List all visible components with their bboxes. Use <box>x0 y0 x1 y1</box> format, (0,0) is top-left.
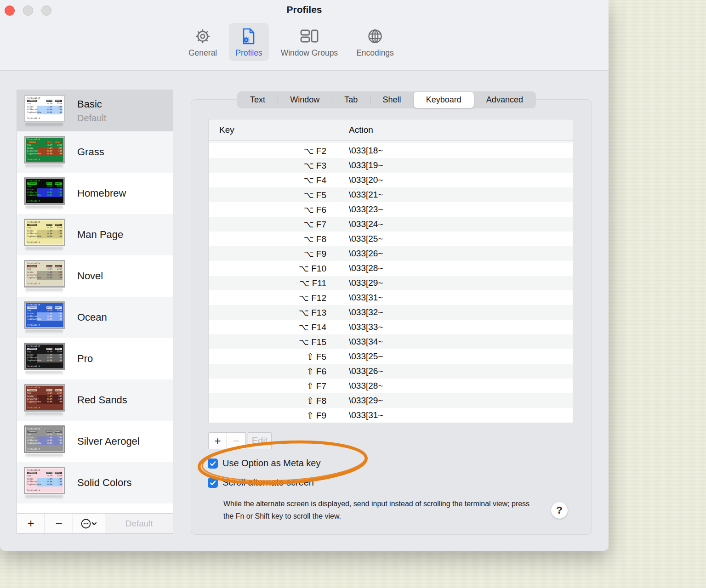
toolbar-item-encodings[interactable]: Encodings <box>350 23 400 61</box>
binding-key: ⌥ F5 <box>209 190 326 200</box>
profile-row-silver-aerogel[interactable]: Terminal1#COMMAND%CPURPRVTtop4.1%231KXco… <box>17 421 173 462</box>
tab-tab[interactable]: Tab <box>332 92 370 108</box>
thumbnail-text-line: Terminal # <box>27 407 62 409</box>
help-button[interactable]: ? <box>551 502 568 519</box>
binding-key: ⌥ F15 <box>209 337 326 347</box>
add-binding-button[interactable]: + <box>208 432 227 449</box>
profile-row-novel[interactable]: Terminal1#COMMAND%CPURPRVTtop4.1%231KXco… <box>17 255 173 297</box>
binding-action: \033[23~ <box>326 204 383 215</box>
key-binding-row[interactable]: ⇧ F6 \033[26~ <box>209 364 573 379</box>
add-profile-button[interactable]: + <box>17 514 45 533</box>
binding-key: ⌥ F13 <box>209 307 326 318</box>
profile-list: Terminal1#COMMAND%CPURPRVTtop4.1%231KXco… <box>17 90 173 513</box>
profile-name: Solid Colors <box>77 477 132 489</box>
profile-thumbnail: Terminal1#COMMAND%CPURPRVTtop4.1%231KXco… <box>24 425 65 453</box>
key-binding-row[interactable]: ⌥ F13 \033[32~ <box>209 305 573 320</box>
binding-action: \033[28~ <box>326 263 383 273</box>
key-binding-row[interactable]: ⌥ F10 \033[28~ <box>209 261 573 276</box>
profile-document-icon <box>239 27 258 45</box>
tab-shell[interactable]: Shell <box>370 92 413 108</box>
profile-actions-menu-button[interactable] <box>73 514 105 533</box>
profile-row-basic[interactable]: Terminal1#COMMAND%CPURPRVTtop4.1%231KXco… <box>17 90 173 131</box>
binding-key: ⌥ F9 <box>209 249 326 259</box>
binding-key: ⌥ F11 <box>209 278 326 288</box>
key-binding-row[interactable]: ⌥ F11 \033[29~ <box>209 276 573 290</box>
key-binding-row[interactable]: ⌥ F4 \033[20~ <box>209 173 573 187</box>
sidebar-footer: + − Default <box>17 513 173 533</box>
toolbar-item-label: Profiles <box>235 48 262 58</box>
checkbox-checked-icon[interactable] <box>208 478 218 488</box>
binding-key: ⌥ F2 <box>209 146 326 156</box>
thumbnail-text-line: Terminal # <box>27 324 62 327</box>
profile-row-ocean[interactable]: Terminal1#COMMAND%CPURPRVTtop4.1%231KXco… <box>17 297 173 338</box>
toolbar-item-profiles[interactable]: Profiles <box>229 23 268 61</box>
key-binding-row[interactable]: ⌥ F3 \033[19~ <box>209 158 573 173</box>
tab-text[interactable]: Text <box>238 92 278 108</box>
profile-thumbnail: Terminal1#COMMAND%CPURPRVTtop4.1%231KXco… <box>24 260 65 288</box>
key-binding-row[interactable]: ⌥ F12 \033[31~ <box>209 290 573 305</box>
toolbar-item-label: Window Groups <box>281 48 338 58</box>
thumbnail-reflection <box>25 247 63 251</box>
profiles-sidebar: Terminal1#COMMAND%CPURPRVTtop4.1%231KXco… <box>17 90 173 534</box>
toolbar-item-window-groups[interactable]: Window Groups <box>274 23 345 61</box>
thumbnail-text-line: Terminal # <box>27 283 62 285</box>
key-binding-row[interactable]: ⇧ F7 \033[28~ <box>209 379 573 393</box>
circle-ellipsis-icon <box>80 518 98 529</box>
key-binding-row[interactable]: ⇧ F9 \033[31~ <box>209 408 573 423</box>
binding-key: ⌥ F3 <box>209 160 326 171</box>
remove-binding-button[interactable]: − <box>227 432 246 449</box>
tab-keyboard[interactable]: Keyboard <box>414 92 474 108</box>
checkbox-label: Scroll alternate screen <box>222 477 314 488</box>
column-header-key: Key <box>209 125 338 135</box>
key-binding-row[interactable]: ⌥ F14 \033[33~ <box>209 320 573 334</box>
thumbnail-text-line: Terminal # <box>27 489 62 492</box>
key-binding-row[interactable]: ⌥ F6 \033[23~ <box>209 202 573 217</box>
profile-thumbnail: Terminal1#COMMAND%CPURPRVTtop4.1%231KXco… <box>24 136 65 164</box>
key-binding-row[interactable]: ⌥ F7 \033[24~ <box>209 217 573 232</box>
tab-advanced[interactable]: Advanced <box>474 92 535 108</box>
key-binding-row[interactable]: ⌥ F2 \033[18~ <box>209 143 573 158</box>
binding-action: \033[31~ <box>326 410 383 420</box>
preferences-window: Profiles General Profiles Window Groups … <box>0 0 609 551</box>
profile-name: Basic <box>77 98 106 110</box>
profile-row-man-page[interactable]: Terminal1#COMMAND%CPURPRVTtop4.1%231KXco… <box>17 214 173 255</box>
binding-action: \033[34~ <box>326 337 383 347</box>
binding-key: ⌥ F12 <box>209 293 326 303</box>
checkbox-row-meta-key[interactable]: Use Option as Meta key <box>208 458 320 469</box>
profile-thumbnail: Terminal1#COMMAND%CPURPRVTtop4.1%231KXco… <box>24 343 65 370</box>
tab-window[interactable]: Window <box>278 92 332 108</box>
edit-binding-button[interactable]: Edit <box>248 432 272 449</box>
thumbnail-text-line: Terminal # <box>27 365 62 368</box>
key-binding-row[interactable]: ⇧ F5 \033[25~ <box>209 349 573 364</box>
profile-name: Ocean <box>77 311 107 323</box>
gear-icon <box>194 27 212 45</box>
profile-row-pro[interactable]: Terminal1#COMMAND%CPURPRVTtop4.1%231KXco… <box>17 338 173 379</box>
profile-thumbnail: Terminal1#COMMAND%CPURPRVTtop4.1%231KXco… <box>24 177 65 205</box>
binding-action: \033[29~ <box>326 396 383 406</box>
binding-key: ⌥ F6 <box>209 204 326 215</box>
remove-profile-button[interactable]: − <box>45 514 73 533</box>
profile-row-solid-colors[interactable]: Terminal1#COMMAND%CPURPRVTtop4.1%231KXco… <box>17 462 173 503</box>
key-binding-row[interactable]: ⌥ F5 \033[21~ <box>209 187 573 202</box>
profile-row-homebrew[interactable]: Terminal1#COMMAND%CPURPRVTtop4.1%231KXco… <box>17 173 173 214</box>
toolbar-item-general[interactable]: General <box>182 23 223 61</box>
set-default-button[interactable]: Default <box>105 514 173 533</box>
window-title: Profiles <box>0 4 609 15</box>
binding-action: \033[31~ <box>326 293 383 303</box>
key-binding-row[interactable]: ⌥ F15 \033[34~ <box>209 334 573 349</box>
scroll-alternate-description: While the alternate screen is displayed,… <box>223 498 536 522</box>
profile-row-grass[interactable]: Terminal1#COMMAND%CPURPRVTtop4.1%231KXco… <box>17 131 173 173</box>
key-binding-row[interactable]: ⌥ F8 \033[25~ <box>209 232 573 246</box>
thumbnail-reflection <box>25 206 63 210</box>
binding-key: ⌥ F4 <box>209 175 326 186</box>
thumbnail-reflection <box>25 164 63 169</box>
key-binding-row[interactable]: ⌥ F9 \033[26~ <box>209 246 573 261</box>
profile-thumbnail: Terminal1#COMMAND%CPURPRVTtop4.1%231KXco… <box>24 219 65 246</box>
checkbox-checked-icon[interactable] <box>208 458 218 469</box>
profile-name: Homebrew <box>77 187 126 199</box>
profile-name: Man Page <box>77 229 123 241</box>
checkbox-row-scroll-alternate[interactable]: Scroll alternate screen <box>208 477 314 488</box>
binding-key: ⌥ F8 <box>209 234 326 244</box>
key-binding-row[interactable]: ⇧ F8 \033[29~ <box>209 393 573 408</box>
profile-row-red-sands[interactable]: Terminal1#COMMAND%CPURPRVTtop4.1%231KXco… <box>17 379 173 421</box>
